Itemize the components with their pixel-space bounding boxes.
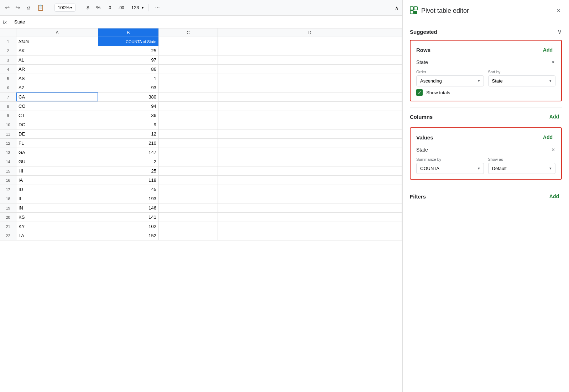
- cell-count[interactable]: 86: [98, 65, 159, 74]
- show-totals-checkbox[interactable]: ✓: [416, 89, 423, 96]
- cell-c[interactable]: [159, 222, 218, 231]
- cell-c[interactable]: [159, 120, 218, 129]
- redo-button[interactable]: ↪: [14, 3, 21, 12]
- cell-d[interactable]: [218, 139, 402, 148]
- pivot-editor-close-button[interactable]: ×: [555, 6, 562, 16]
- cell-c[interactable]: [159, 55, 218, 64]
- cell-d[interactable]: [218, 213, 402, 222]
- cell-count[interactable]: 12: [98, 129, 159, 138]
- cell-d[interactable]: [218, 83, 402, 92]
- cell-count[interactable]: 102: [98, 222, 159, 231]
- cell-c[interactable]: [159, 231, 218, 240]
- cell-d[interactable]: [218, 222, 402, 231]
- cell-count[interactable]: 193: [98, 194, 159, 203]
- formula-input[interactable]: [13, 18, 399, 25]
- cell-count[interactable]: 36: [98, 111, 159, 120]
- cell-count[interactable]: 9: [98, 120, 159, 129]
- values-field-close-button[interactable]: ×: [551, 146, 555, 154]
- cell-c[interactable]: [159, 139, 218, 148]
- paint-button[interactable]: 📋: [36, 3, 46, 12]
- cell-count[interactable]: 147: [98, 148, 159, 157]
- cell-state[interactable]: HI: [16, 166, 98, 175]
- sortby-select[interactable]: State ▾: [488, 75, 556, 86]
- percent-format-button[interactable]: %: [94, 4, 103, 11]
- cell-c[interactable]: [159, 194, 218, 203]
- more-options-button[interactable]: ···: [153, 4, 162, 12]
- number-format-button[interactable]: 123: [129, 4, 141, 11]
- suggested-collapse-button[interactable]: ∨: [557, 28, 562, 36]
- rows-add-button[interactable]: Add: [540, 46, 555, 54]
- col-header-d[interactable]: D: [218, 28, 402, 37]
- cell-state[interactable]: KY: [16, 222, 98, 231]
- cell-count[interactable]: 118: [98, 176, 159, 185]
- cell-state[interactable]: GU: [16, 157, 98, 166]
- summarize-select[interactable]: COUNTA ▾: [416, 163, 484, 174]
- cell-state[interactable]: FL: [16, 139, 98, 148]
- cell-d[interactable]: [218, 65, 402, 74]
- zoom-button[interactable]: 100% ▾: [54, 4, 75, 12]
- cell-state[interactable]: ID: [16, 185, 98, 194]
- showas-select[interactable]: Default ▾: [488, 163, 556, 174]
- dollar-format-button[interactable]: $: [84, 4, 91, 11]
- cell-d[interactable]: [218, 92, 402, 101]
- cell-d[interactable]: [218, 129, 402, 138]
- cell-d[interactable]: [218, 185, 402, 194]
- print-button[interactable]: 🖨: [24, 3, 33, 12]
- cell-c[interactable]: [159, 46, 218, 55]
- cell-state[interactable]: CO: [16, 102, 98, 111]
- cell-c[interactable]: [159, 102, 218, 111]
- cell-count[interactable]: 2: [98, 157, 159, 166]
- cell-count[interactable]: 380: [98, 92, 159, 101]
- cell-count[interactable]: 1: [98, 74, 159, 83]
- cell-state[interactable]: DC: [16, 120, 98, 129]
- cell-count[interactable]: 97: [98, 55, 159, 64]
- cell-c[interactable]: [159, 37, 218, 46]
- filters-add-button[interactable]: Add: [547, 192, 562, 201]
- columns-add-button[interactable]: Add: [547, 112, 562, 121]
- cell-state[interactable]: AZ: [16, 83, 98, 92]
- cell-c[interactable]: [159, 111, 218, 120]
- cell-state[interactable]: CT: [16, 111, 98, 120]
- cell-c[interactable]: [159, 92, 218, 101]
- cell-c[interactable]: [159, 148, 218, 157]
- cell-state[interactable]: AS: [16, 74, 98, 83]
- decimal00-format-button[interactable]: .00: [116, 4, 126, 11]
- decimal0-format-button[interactable]: .0: [105, 4, 113, 11]
- cell-d[interactable]: [218, 157, 402, 166]
- cell-count[interactable]: 94: [98, 102, 159, 111]
- cell-count[interactable]: 152: [98, 231, 159, 240]
- cell-c[interactable]: [159, 185, 218, 194]
- cell-d[interactable]: [218, 55, 402, 64]
- cell-c[interactable]: [159, 74, 218, 83]
- cell-count[interactable]: COUNTA of State: [98, 37, 159, 46]
- cell-c[interactable]: [159, 83, 218, 92]
- cell-count[interactable]: 25: [98, 46, 159, 55]
- cell-d[interactable]: [218, 37, 402, 46]
- cell-count[interactable]: 210: [98, 139, 159, 148]
- cell-state[interactable]: AL: [16, 55, 98, 64]
- cell-c[interactable]: [159, 157, 218, 166]
- cell-state[interactable]: AK: [16, 46, 98, 55]
- cell-count[interactable]: 93: [98, 83, 159, 92]
- cell-d[interactable]: [218, 194, 402, 203]
- cell-d[interactable]: [218, 166, 402, 175]
- cell-c[interactable]: [159, 203, 218, 212]
- cell-d[interactable]: [218, 74, 402, 83]
- cell-d[interactable]: [218, 176, 402, 185]
- cell-c[interactable]: [159, 166, 218, 175]
- cell-d[interactable]: [218, 102, 402, 111]
- cell-state[interactable]: State: [16, 37, 98, 46]
- cell-count[interactable]: 45: [98, 185, 159, 194]
- cell-c[interactable]: [159, 65, 218, 74]
- order-select[interactable]: Ascending ▾: [416, 75, 484, 86]
- cell-d[interactable]: [218, 111, 402, 120]
- cell-d[interactable]: [218, 120, 402, 129]
- cell-d[interactable]: [218, 148, 402, 157]
- rows-field-close-button[interactable]: ×: [551, 58, 555, 66]
- cell-state[interactable]: IL: [16, 194, 98, 203]
- cell-c[interactable]: [159, 176, 218, 185]
- cell-state[interactable]: CA: [16, 92, 98, 101]
- col-header-a[interactable]: A: [16, 28, 98, 37]
- collapse-toolbar-button[interactable]: ∧: [395, 5, 398, 11]
- cell-count[interactable]: 146: [98, 203, 159, 212]
